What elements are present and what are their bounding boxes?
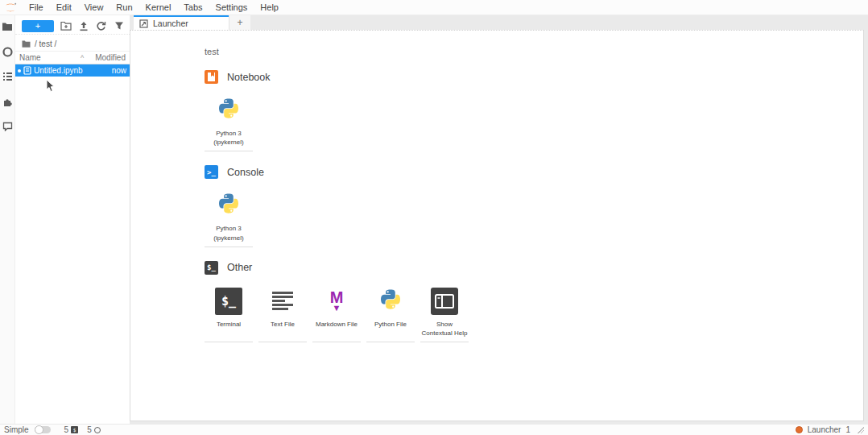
file-list-header[interactable]: Name ^ Modified [15,51,130,64]
section-console: >_ Console Python 3 (ipykernel) [205,165,863,246]
section-notebook: Notebook Python 3 (ipykernel) [205,70,863,151]
jupyter-logo-icon [4,2,17,13]
terminals-count[interactable]: 5 $ [64,425,79,434]
filter-icon[interactable] [113,20,125,32]
file-browser-toolbar: + [15,15,130,35]
menu-view[interactable]: View [78,0,110,15]
new-launcher-button[interactable]: + [22,20,54,32]
section-console-title: Console [227,167,264,178]
activity-sidebar [0,15,15,424]
console-icon: >_ [205,165,218,179]
file-browser-panel: + / test / Name ^ Modified Untitled.ipyn… [15,15,130,424]
card-notebook-python3[interactable]: Python 3 (ipykernel) [205,92,253,151]
current-activity-label: Launcher [808,425,841,434]
card-terminal[interactable]: $_ Terminal [205,283,253,342]
launcher-cwd-label: test [205,47,863,56]
python-logo-icon [217,96,241,125]
markdown-icon: M ▼ [330,290,344,312]
file-browser-icon[interactable] [2,21,13,32]
file-name: Untitled.ipynb [34,66,110,75]
section-console-header: >_ Console [205,165,863,179]
launcher-panel: test Notebook [130,30,864,421]
launcher-tab-icon [139,19,148,28]
section-notebook-title: Notebook [227,72,271,83]
card-label: Show Contextual Help [421,320,468,338]
terminal-icon: $_ [205,261,218,275]
notification-count[interactable]: 1 [845,425,850,434]
extension-manager-icon[interactable] [2,96,13,107]
menu-file[interactable]: File [23,0,50,15]
simple-mode-toggle[interactable] [35,426,51,433]
sort-indicator-icon: ^ [81,54,84,62]
chat-icon[interactable] [2,121,13,132]
menu-help[interactable]: Help [254,0,285,15]
menu-edit[interactable]: Edit [50,0,78,15]
section-other: $_ Other $_ Terminal [205,261,863,342]
card-console-python3[interactable]: Python 3 (ipykernel) [205,187,253,246]
notebook-icon [205,70,218,84]
text-file-icon [271,287,295,316]
contextual-help-icon [431,287,458,316]
card-text-file[interactable]: Text File [258,283,307,342]
section-notebook-header: Notebook [205,70,863,84]
card-label: Python 3 (ipykernel) [205,224,252,242]
table-of-contents-icon[interactable] [2,71,13,82]
menu-kernel[interactable]: Kernel [139,0,178,15]
resize-grip-icon [858,427,864,433]
menu-settings[interactable]: Settings [209,0,254,15]
tab-bar: Launcher + [130,15,868,30]
card-label: Text File [271,320,295,329]
kernels-count[interactable]: 5 [87,425,101,434]
card-label: Terminal [217,320,241,329]
python-logo-icon [217,191,241,220]
menu-run[interactable]: Run [110,0,138,15]
running-sessions-icon[interactable] [2,46,13,57]
card-label: Markdown File [316,320,358,329]
column-modified[interactable]: Modified [95,53,126,62]
status-bar: Simple 5 $ 5 Launcher 1 [0,424,868,435]
menu-bar: File Edit View Run Kernel Tabs Settings … [0,0,868,15]
file-modified: now [112,66,126,75]
card-python-file[interactable]: Python File [366,283,415,342]
card-label: Python 3 (ipykernel) [205,129,252,147]
kernel-mini-icon [94,427,101,433]
new-folder-icon[interactable] [60,20,72,32]
terminal-icon: $_ [215,288,242,315]
section-other-header: $_ Other [205,261,863,275]
running-dot-icon [18,69,21,72]
card-label: Python File [374,320,407,329]
tab-launcher-label: Launcher [153,19,223,28]
terminal-mini-icon: $ [71,426,78,433]
upload-icon[interactable] [77,20,89,32]
python-logo-icon [378,287,403,316]
column-name[interactable]: Name [19,53,81,62]
mouse-cursor [46,79,56,93]
tab-launcher[interactable]: Launcher [134,15,229,30]
folder-icon [22,40,31,48]
breadcrumb[interactable]: / test / [15,35,130,51]
refresh-icon[interactable] [95,20,107,32]
card-show-contextual-help[interactable]: Show Contextual Help [420,283,469,342]
breadcrumb-path: / test / [35,39,56,48]
section-other-title: Other [227,262,252,273]
main-dock-panel: Launcher + test Notebook [130,15,868,424]
kernel-status-icon [796,426,803,433]
menu-tabs[interactable]: Tabs [177,0,209,15]
card-markdown-file[interactable]: M ▼ Markdown File [312,283,361,342]
new-tab-button[interactable]: + [229,15,250,30]
simple-mode-label: Simple [4,425,29,434]
file-row-untitled-ipynb[interactable]: Untitled.ipynb now [15,64,130,77]
notebook-file-icon [23,66,31,75]
